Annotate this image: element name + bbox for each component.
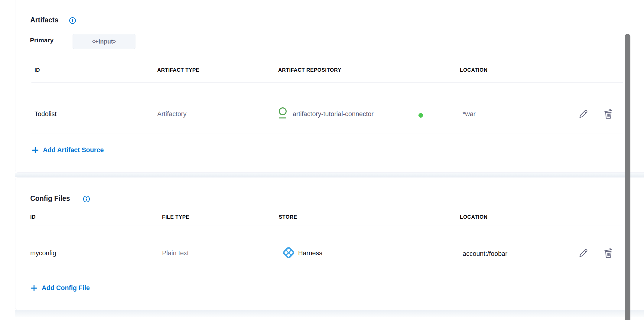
plus-icon bbox=[31, 146, 39, 154]
plus-icon bbox=[30, 284, 38, 292]
column-header-artifact-type: ARTIFACT TYPE bbox=[157, 67, 200, 73]
edit-pencil-icon[interactable] bbox=[577, 108, 589, 120]
connector-status-green-dot bbox=[418, 113, 423, 118]
add-artifact-source-button[interactable]: Add Artifact Source bbox=[31, 146, 104, 154]
header-divider bbox=[31, 82, 623, 83]
config-files-section-title: Config Files bbox=[30, 194, 70, 203]
artifact-type-cell: Artifactory bbox=[157, 110, 187, 118]
artifact-repository-cell: artifactory-tutorial-connector bbox=[293, 110, 374, 118]
delete-trash-icon[interactable] bbox=[603, 108, 614, 120]
add-artifact-source-label: Add Artifact Source bbox=[43, 146, 104, 154]
config-store-cell: Harness bbox=[298, 250, 322, 257]
harness-logo-icon bbox=[282, 246, 295, 260]
column-header-file-type: FILE TYPE bbox=[162, 214, 189, 220]
config-id-cell: myconfig bbox=[30, 250, 56, 257]
edit-pencil-icon[interactable] bbox=[577, 247, 589, 259]
add-config-file-button[interactable]: Add Config File bbox=[30, 284, 90, 292]
column-header-id: ID bbox=[34, 67, 40, 73]
info-icon[interactable] bbox=[83, 195, 90, 203]
config-files-card bbox=[15, 177, 644, 310]
card-gap-divider bbox=[15, 173, 644, 177]
info-icon[interactable] bbox=[69, 17, 76, 24]
add-config-file-label: Add Config File bbox=[42, 284, 90, 292]
column-header-artifact-repository: ARTIFACT REPOSITORY bbox=[278, 67, 341, 73]
card-bottom-shadow bbox=[15, 310, 644, 317]
primary-artifact-label: Primary bbox=[30, 37, 54, 44]
column-header-location: LOCATION bbox=[460, 67, 488, 73]
row-divider bbox=[30, 271, 623, 271]
artifacts-card bbox=[15, 0, 644, 173]
column-header-location: LOCATION bbox=[460, 214, 488, 220]
column-header-id: ID bbox=[30, 214, 36, 220]
config-location-cell: account:/foobar bbox=[463, 250, 507, 258]
delete-trash-icon[interactable] bbox=[603, 247, 614, 259]
column-header-store: STORE bbox=[279, 214, 297, 220]
header-divider bbox=[30, 226, 623, 226]
artifacts-section-title: Artifacts bbox=[30, 16, 58, 24]
vertical-scrollbar-thumb[interactable] bbox=[625, 34, 630, 320]
artifactory-icon bbox=[277, 106, 288, 120]
artifact-id-cell: Todolist bbox=[34, 110, 57, 118]
row-divider bbox=[31, 133, 623, 133]
config-file-type-cell: Plain text bbox=[162, 250, 189, 257]
artifact-location-cell: *war bbox=[463, 110, 476, 118]
primary-artifact-input[interactable]: <+input> bbox=[73, 34, 135, 49]
